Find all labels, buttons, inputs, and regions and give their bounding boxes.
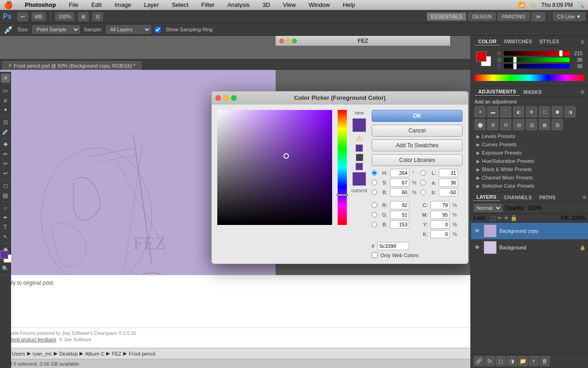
layer-link-btn[interactable]: 🔗 xyxy=(474,356,484,366)
b-slider[interactable] xyxy=(504,64,570,69)
zoom-btn[interactable]: 100% xyxy=(55,12,74,21)
cp-b2-input[interactable] xyxy=(390,220,409,229)
tab-paths[interactable]: PATHS xyxy=(536,194,560,201)
cp-zoom-btn[interactable] xyxy=(231,95,237,101)
text-tool[interactable]: T xyxy=(1,223,10,232)
tab-channels[interactable]: CHANNELS xyxy=(500,194,536,201)
ok-button[interactable]: OK xyxy=(372,110,463,122)
web-color-cube-icon[interactable]: ⬛ xyxy=(356,154,363,161)
cp-s-input[interactable] xyxy=(390,178,409,187)
stamp-btn[interactable]: MB xyxy=(32,12,46,21)
cp-close-btn[interactable] xyxy=(215,95,221,101)
new-color-swatch[interactable] xyxy=(352,118,366,132)
show-ring-checkbox[interactable] xyxy=(155,27,161,33)
breadcrumb-album[interactable]: Album C xyxy=(85,351,104,356)
color-spectrum[interactable] xyxy=(475,75,584,81)
close-tab-icon[interactable]: ✕ xyxy=(8,63,12,69)
layer-item-background[interactable]: 👁 Background 🔒 xyxy=(471,239,588,256)
cp-r-input[interactable] xyxy=(390,201,409,209)
lock-position-icon[interactable]: ✛ xyxy=(504,215,509,221)
breadcrumb-desktop[interactable]: Desktop xyxy=(59,351,78,356)
cp-h-radio[interactable] xyxy=(372,170,377,176)
layer-new-btn[interactable]: + xyxy=(529,356,539,366)
gradmap-adj-icon[interactable]: ▦ xyxy=(539,119,550,130)
eyedropper-tool[interactable]: 💉 xyxy=(1,127,10,137)
tab-styles[interactable]: STYLES xyxy=(536,38,563,46)
eraser-tool[interactable]: ◻ xyxy=(1,181,10,190)
curves-adj-icon[interactable]: ⌒ xyxy=(500,106,511,117)
cp-b-radio[interactable] xyxy=(372,190,377,195)
alert-triangle-icon[interactable]: ⚠ xyxy=(356,134,362,143)
adj-panel-menu-icon[interactable]: ≡ xyxy=(581,88,584,96)
history-brush-tool[interactable]: ↩ xyxy=(1,169,10,178)
footer-feedback-link[interactable]: Submit product feedback xyxy=(6,337,57,342)
bw-presets-item[interactable]: ▶ Black & White Presets xyxy=(475,165,584,173)
layer-vis-bg-copy[interactable]: 👁 xyxy=(474,227,481,235)
lock-transparency-icon[interactable]: ⬚ xyxy=(491,215,496,221)
breadcrumb-ryan[interactable]: ryan_mc xyxy=(33,351,52,356)
menu-window[interactable]: Window xyxy=(306,0,333,9)
cp-minimize-btn[interactable] xyxy=(223,95,229,101)
cp-blab-input[interactable] xyxy=(439,188,458,196)
huesat-presets-item[interactable]: ▶ Hue/Saturation Presets xyxy=(475,157,584,165)
cp-b-input[interactable] xyxy=(390,188,409,196)
spot-heal-tool[interactable]: ✚ xyxy=(1,140,10,149)
menu-view[interactable]: View xyxy=(280,0,299,9)
lasso-tool[interactable]: ⌀ xyxy=(1,96,10,105)
crop-tool[interactable]: ⊡ xyxy=(1,118,10,127)
g-slider[interactable] xyxy=(504,58,570,62)
cp-blab-radio[interactable] xyxy=(420,190,426,195)
r-thumb[interactable] xyxy=(559,50,563,57)
b-thumb[interactable] xyxy=(513,63,517,69)
cs-live-btn[interactable]: CS Live ▼ xyxy=(553,12,585,21)
r-slider[interactable] xyxy=(504,51,570,56)
foreground-color-swatch[interactable] xyxy=(0,251,8,259)
menu-file[interactable]: File xyxy=(66,0,81,9)
cp-g-input[interactable] xyxy=(390,211,409,219)
lock-all-icon[interactable]: 🔒 xyxy=(510,215,517,221)
gamut-warning-swatch[interactable] xyxy=(356,144,363,152)
layer-mask-btn[interactable]: ◻ xyxy=(496,356,506,366)
menu-image[interactable]: Image xyxy=(112,0,134,9)
dodge-tool[interactable]: ○ xyxy=(1,203,10,213)
expand-workspaces-btn[interactable]: ≫ xyxy=(531,12,545,21)
magic-wand-tool[interactable]: ✦ xyxy=(1,105,10,115)
cp-y-input[interactable] xyxy=(430,220,450,229)
eyedropper-tool-icon[interactable]: 💉 xyxy=(4,24,14,34)
vibrance-adj-icon[interactable]: ❋ xyxy=(526,106,537,117)
clone-stamp-tool[interactable]: ✂ xyxy=(1,159,10,168)
cp-m-input[interactable] xyxy=(430,211,450,219)
brightness-adj-icon[interactable]: ☀ xyxy=(475,106,486,117)
curves-presets-item[interactable]: ▶ Curves Presets xyxy=(475,140,584,149)
breadcrumb-users[interactable]: Users xyxy=(12,351,25,356)
tab-adjustments[interactable]: ADJUSTMENTS xyxy=(475,88,520,96)
layer-vis-bg[interactable]: 👁 xyxy=(474,244,481,251)
arrange-btn[interactable]: ⊞ xyxy=(78,12,89,21)
g-thumb[interactable] xyxy=(513,57,517,63)
brush-tool[interactable]: ✏ xyxy=(1,150,10,159)
selectcolor-presets-item[interactable]: ▶ Selective Color Presets xyxy=(475,182,584,190)
reply-link[interactable]: eply to original post xyxy=(6,280,53,286)
color-libraries-button[interactable]: Color Libraries xyxy=(372,154,463,166)
layer-delete-btn[interactable]: 🗑 xyxy=(540,356,550,366)
channelmix-adj-icon[interactable]: ⊞ xyxy=(487,119,498,130)
tab-layers[interactable]: LAYERS xyxy=(473,193,500,201)
add-to-swatches-button[interactable]: Add To Swatches xyxy=(372,139,463,151)
path-select-tool[interactable]: ↖ xyxy=(1,232,10,242)
essentials-btn[interactable]: ESSENTIALS xyxy=(427,12,466,21)
tab-color[interactable]: COLOR xyxy=(475,38,500,46)
levels-presets-item[interactable]: ▶ Levels Presets xyxy=(475,132,584,140)
view-btn[interactable]: ⊟ xyxy=(92,12,103,21)
move-tool[interactable]: ✛ xyxy=(1,74,10,83)
point-sample-select[interactable]: Point Sample 3 by 3 Average 5 by 5 Avera… xyxy=(32,25,80,34)
hue-strip[interactable] xyxy=(338,110,347,225)
painting-btn[interactable]: PAINTING xyxy=(498,12,529,21)
cp-l-radio[interactable] xyxy=(420,170,426,176)
fez-maximize-btn[interactable] xyxy=(292,39,297,43)
channelmix-presets-item[interactable]: ▶ Channel Mixer Presets xyxy=(475,173,584,182)
tab-swatches[interactable]: SWATCHES xyxy=(500,38,536,46)
color-panel-menu-icon[interactable]: ≡ xyxy=(581,38,584,46)
blend-mode-select[interactable]: Normal Multiply Screen Overlay xyxy=(474,204,502,212)
cp-g-radio[interactable] xyxy=(372,212,377,218)
levels-adj-icon[interactable]: ▬ xyxy=(487,106,498,117)
